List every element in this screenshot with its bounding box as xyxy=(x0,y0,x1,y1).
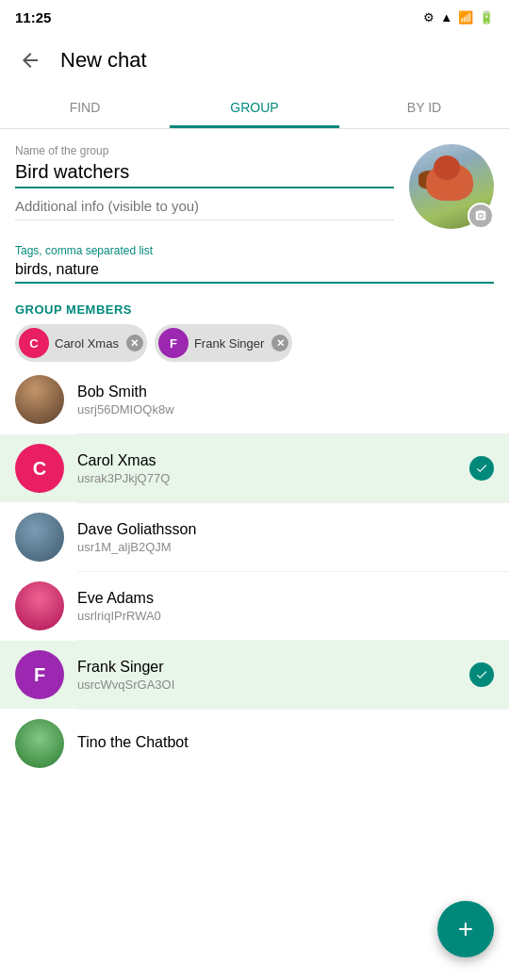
contact-id-bob: usrj56DMIOQk8w xyxy=(77,402,494,416)
chip-avatar-frank: F xyxy=(158,328,189,358)
camera-overlay[interactable] xyxy=(468,203,494,229)
fab-add-button[interactable]: + xyxy=(437,901,494,957)
fab-icon: + xyxy=(458,916,473,942)
chip-name-carol: Carol Xmas xyxy=(53,336,121,351)
avatar-tino xyxy=(15,719,64,768)
tags-label: Tags, comma separated list xyxy=(15,244,494,257)
contact-info-carol: Carol Xmas usrak3PJkjQ77Q xyxy=(77,452,456,485)
contact-item-tino[interactable]: Tino the Chatbot xyxy=(0,710,509,777)
avatar-dave xyxy=(15,513,64,562)
avatar-eve xyxy=(15,581,64,630)
members-section: GROUP MEMBERS C Carol Xmas ✕ F Frank Sin… xyxy=(0,291,509,366)
avatar-frank: F xyxy=(15,650,64,699)
wifi-icon: 📶 xyxy=(458,10,473,24)
battery-icon: 🔋 xyxy=(479,10,494,24)
contact-id-dave: usr1M_aljB2QJM xyxy=(77,540,494,554)
camera-icon xyxy=(474,209,487,222)
group-name-input[interactable] xyxy=(15,161,394,188)
contact-info-dave: Dave Goliathsson usr1M_aljB2QJM xyxy=(77,521,494,554)
contact-item-carol[interactable]: C Carol Xmas usrak3PJkjQ77Q xyxy=(0,434,509,502)
form-fields: Name of the group xyxy=(15,144,394,220)
contact-item-dave[interactable]: Dave Goliathsson usr1M_aljB2QJM xyxy=(0,503,509,571)
contact-name-bob: Bob Smith xyxy=(77,384,494,400)
status-icons: ⚙ ▲ 📶 🔋 xyxy=(423,10,494,24)
back-button[interactable] xyxy=(15,45,45,75)
status-bar: 11:25 ⚙ ▲ 📶 🔋 xyxy=(0,0,509,34)
selected-members-list: C Carol Xmas ✕ F Frank Singer ✕ xyxy=(15,324,494,362)
avatar-carol: C xyxy=(15,444,64,493)
status-time: 11:25 xyxy=(15,9,51,25)
settings-icon: ⚙ xyxy=(423,10,435,24)
contact-info-bob: Bob Smith usrj56DMIOQk8w xyxy=(77,384,494,416)
contact-item-eve[interactable]: Eve Adams usrlriqIPrRWA0 xyxy=(0,572,509,640)
contact-list: Bob Smith usrj56DMIOQk8w C Carol Xmas us… xyxy=(0,366,509,777)
tags-input[interactable] xyxy=(15,261,494,284)
contact-name-dave: Dave Goliathsson xyxy=(77,521,494,538)
contact-id-carol: usrak3PJkjQ77Q xyxy=(77,471,456,485)
contact-info-frank: Frank Singer usrcWvqSrGA3OI xyxy=(77,659,456,692)
contact-name-frank: Frank Singer xyxy=(77,659,456,676)
contact-info-tino: Tino the Chatbot xyxy=(77,734,494,753)
contact-id-frank: usrcWvqSrGA3OI xyxy=(77,678,456,692)
contact-id-eve: usrlriqIPrRWA0 xyxy=(77,609,494,623)
contact-item-bob[interactable]: Bob Smith usrj56DMIOQk8w xyxy=(0,366,509,433)
members-title: GROUP MEMBERS xyxy=(15,302,494,317)
check-mark-frank xyxy=(469,662,494,687)
tab-group[interactable]: GROUP xyxy=(170,87,339,128)
tabs-bar: FIND GROUP BY ID xyxy=(0,87,509,129)
chip-remove-frank[interactable]: ✕ xyxy=(271,335,288,351)
contact-name-carol: Carol Xmas xyxy=(77,452,456,469)
chip-avatar-carol: C xyxy=(19,328,49,358)
page-title: New chat xyxy=(60,48,147,73)
avatar-bob xyxy=(15,375,64,424)
contact-item-frank[interactable]: F Frank Singer usrcWvqSrGA3OI xyxy=(0,641,509,709)
additional-info-input[interactable] xyxy=(15,188,394,220)
chip-frank: F Frank Singer ✕ xyxy=(155,324,292,362)
chip-remove-carol[interactable]: ✕ xyxy=(126,335,143,351)
contact-info-eve: Eve Adams usrlriqIPrRWA0 xyxy=(77,590,494,623)
group-photo-container[interactable] xyxy=(409,144,494,229)
check-mark-carol xyxy=(469,456,494,481)
chip-carol: C Carol Xmas ✕ xyxy=(15,324,147,362)
group-name-label: Name of the group xyxy=(15,144,394,157)
contact-name-eve: Eve Adams xyxy=(77,590,494,607)
tab-find[interactable]: FIND xyxy=(0,87,170,128)
tab-by-id[interactable]: BY ID xyxy=(339,87,509,128)
group-form: Name of the group xyxy=(0,129,509,244)
chip-name-frank: Frank Singer xyxy=(192,336,266,351)
contact-name-tino: Tino the Chatbot xyxy=(77,734,494,751)
signal-icon: ▲ xyxy=(440,10,452,24)
tags-section: Tags, comma separated list xyxy=(0,244,509,291)
header: New chat xyxy=(0,34,509,87)
